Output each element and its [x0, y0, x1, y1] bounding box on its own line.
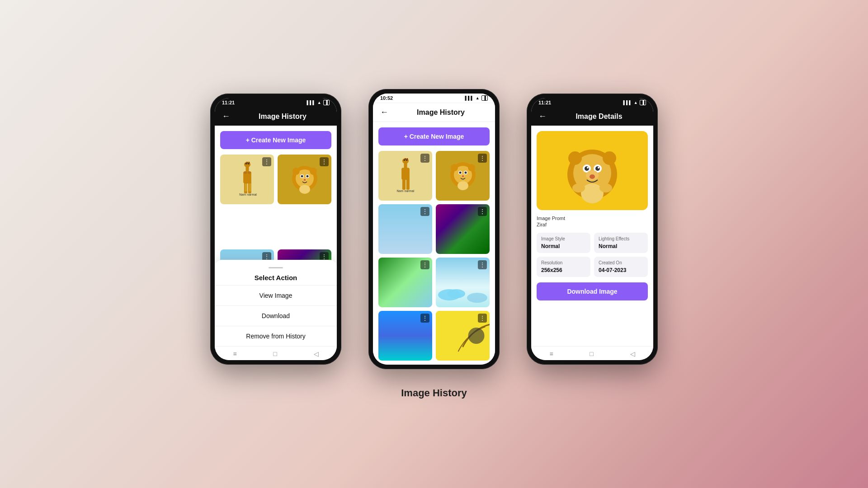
image-cell-yellow-2[interactable]: ⋮ — [436, 311, 490, 361]
back-button-1[interactable]: ← — [222, 112, 230, 121]
svg-point-16 — [292, 168, 300, 175]
view-image-option[interactable]: View Image — [215, 285, 337, 305]
svg-point-57 — [587, 167, 589, 169]
status-bar-3: 11:21 ▌▌▌ ▲ ▐ — [531, 98, 653, 107]
download-option[interactable]: Download — [215, 305, 337, 326]
sheet-handle — [269, 267, 283, 268]
lion-detail-icon — [556, 135, 628, 207]
phone-1: 11:21 ▌▌▌ ▲ ▐ ← Image History + Create N… — [210, 94, 341, 365]
back-button-2[interactable]: ← — [380, 108, 388, 117]
svg-point-24 — [299, 185, 310, 194]
menu-dots-cyan-2[interactable]: ⋮ — [478, 260, 487, 269]
created-on-card: Created On 04-07-2023 — [594, 257, 648, 277]
wifi-icon-3: ▲ — [634, 100, 638, 105]
svg-point-20 — [301, 175, 303, 178]
battery-icon-1: ▐ — [323, 100, 330, 105]
nav-home-3[interactable]: □ — [590, 350, 593, 357]
svg-point-17 — [310, 168, 317, 175]
image-style-card: Image Style Normal — [537, 233, 590, 253]
svg-text:Nam narmal: Nam narmal — [239, 193, 257, 197]
phone-2: 10:52 ▌▌▌ ▲ ▐ ← Image History + Create N… — [368, 89, 500, 369]
svg-point-41 — [459, 172, 461, 174]
svg-rect-33 — [406, 158, 408, 160]
svg-point-21 — [306, 175, 308, 178]
svg-text:Nam narmal: Nam narmal — [396, 189, 414, 193]
menu-dots-yellow-2[interactable]: ⋮ — [478, 314, 487, 323]
prompt-label: Image Promt — [537, 216, 648, 221]
resolution-card: Resolution 256x256 — [537, 257, 590, 277]
menu-dots-lion-2[interactable]: ⋮ — [478, 154, 487, 163]
menu-dots-green-2[interactable]: ⋮ — [420, 260, 429, 269]
giraffe-icon-1: Nam narmal — [234, 161, 261, 197]
svg-point-12 — [247, 171, 250, 174]
phone3-content: Image Promt Ziraf Image Style Normal Lig… — [531, 126, 653, 346]
create-new-image-btn-1[interactable]: + Create New Image — [220, 131, 331, 149]
wifi-icon-2: ▲ — [476, 96, 480, 100]
app-header-2: ← Image History — [373, 103, 495, 122]
image-cell-bluesky-2[interactable]: ⋮ — [378, 204, 432, 254]
svg-point-23 — [303, 179, 306, 181]
image-cell-lion-1[interactable]: ⋮ — [278, 155, 331, 204]
image-cell-giraffe-2[interactable]: Nam narmal ⋮ — [378, 151, 432, 201]
image-cell-lion-2[interactable]: ⋮ — [436, 151, 490, 201]
svg-rect-3 — [249, 183, 251, 192]
svg-rect-2 — [245, 183, 247, 192]
time-2: 10:52 — [380, 95, 393, 101]
lighting-card: Lighting Effects Normal — [594, 233, 648, 253]
lighting-label: Lighting Effects — [599, 236, 643, 241]
nav-recents-1[interactable]: ◁ — [314, 350, 319, 357]
image-cell-bluewaves-2[interactable]: ⋮ — [378, 311, 432, 361]
nav-home-1[interactable]: □ — [273, 350, 277, 357]
time-3: 11:21 — [538, 100, 551, 105]
svg-point-44 — [462, 175, 464, 177]
lion-icon-1 — [289, 161, 321, 197]
nav-back-3[interactable]: ≡ — [549, 350, 553, 357]
detail-cards-grid: Image Style Normal Lighting Effects Norm… — [531, 233, 653, 277]
menu-dots-blue-2[interactable]: ⋮ — [420, 207, 429, 216]
page-title-1: Image History — [236, 113, 330, 121]
menu-dots-waves-2[interactable]: ⋮ — [420, 314, 429, 323]
svg-point-51 — [568, 151, 582, 165]
svg-rect-32 — [405, 158, 406, 160]
image-cell-green-2[interactable]: ⋮ — [378, 258, 432, 307]
svg-point-11 — [244, 171, 247, 174]
menu-dots-1[interactable]: ⋮ — [262, 157, 271, 166]
menu-dots-giraffe-2[interactable]: ⋮ — [420, 154, 429, 163]
phone2-content: + Create New Image — [373, 122, 495, 365]
menu-dots-purple-2[interactable]: ⋮ — [478, 207, 487, 216]
image-cell-giraffe-1[interactable]: Nam narmal ⋮ — [220, 155, 274, 204]
remove-history-option[interactable]: Remove from History — [215, 326, 337, 346]
resolution-label: Resolution — [541, 260, 586, 265]
status-icons-2: ▌▌▌ ▲ ▐ — [465, 95, 488, 101]
image-grid-2: Nam narmal ⋮ — [373, 151, 495, 365]
nav-back-1[interactable]: ≡ — [233, 350, 236, 357]
svg-point-62 — [572, 183, 585, 192]
svg-point-42 — [464, 172, 467, 174]
image-cell-purple-2[interactable]: ⋮ — [436, 204, 490, 254]
image-cell-cyan-2[interactable]: ⋮ — [436, 258, 490, 307]
menu-dots-lion-1[interactable]: ⋮ — [320, 157, 329, 166]
svg-point-58 — [598, 167, 599, 169]
prompt-value: Ziraf — [537, 222, 648, 227]
created-value: 04-07-2023 — [599, 267, 643, 273]
create-new-image-btn-2[interactable]: + Create New Image — [378, 127, 490, 145]
lion-icon-2 — [447, 158, 479, 194]
status-icons-1: ▌▌▌ ▲ ▐ — [307, 100, 330, 105]
svg-point-55 — [585, 166, 589, 171]
wifi-icon-1: ▲ — [317, 100, 321, 105]
back-button-3[interactable]: ← — [538, 112, 547, 121]
phone1-content: + Create New Image — [215, 126, 337, 346]
created-label: Created On — [599, 260, 643, 265]
detail-info: Image Promt Ziraf — [531, 216, 653, 228]
lighting-value: Normal — [599, 243, 643, 249]
download-image-btn[interactable]: Download Image — [537, 282, 648, 300]
sheet-title: Select Action — [215, 274, 337, 282]
phones-container: 11:21 ▌▌▌ ▲ ▐ ← Image History + Create N… — [210, 89, 658, 369]
status-icons-3: ▌▌▌ ▲ ▐ — [623, 100, 646, 105]
signal-icon-1: ▌▌▌ — [307, 100, 316, 105]
style-label: Image Style — [541, 236, 586, 241]
signal-icon-2: ▌▌▌ — [465, 96, 474, 100]
signal-icon-3: ▌▌▌ — [623, 100, 632, 105]
svg-point-47 — [468, 328, 485, 344]
nav-recents-3[interactable]: ◁ — [630, 350, 635, 357]
